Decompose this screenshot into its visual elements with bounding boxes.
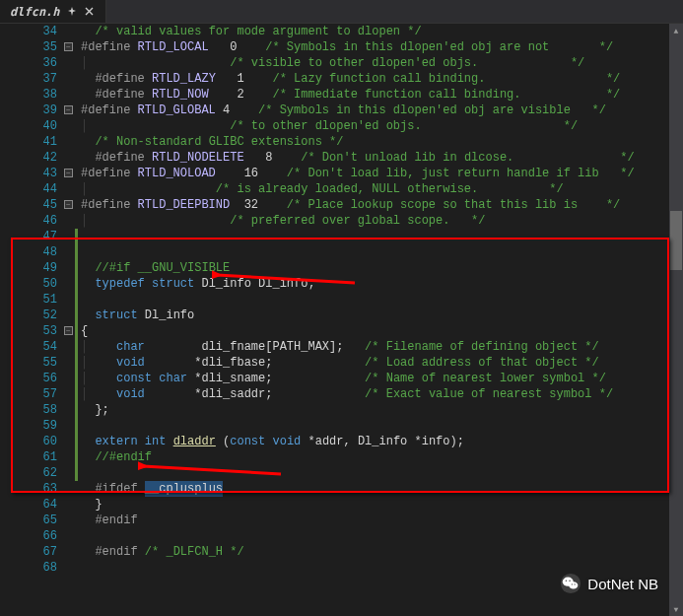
- tab-bar: dlfcn.h: [0, 0, 683, 24]
- code-line[interactable]: │ /* to other dlopen'ed objs. */: [75, 118, 683, 134]
- code-line[interactable]: extern int dladdr (const void *addr, Dl_…: [75, 434, 683, 449]
- line-number: 47: [0, 229, 57, 244]
- code-line[interactable]: #endif /* _DLFCN_H */: [75, 544, 683, 560]
- code-line[interactable]: [75, 528, 683, 544]
- line-number: 68: [0, 560, 57, 576]
- code-line[interactable]: [75, 244, 683, 260]
- code-line[interactable]: │ void *dli_saddr; /* Exact value of nea…: [75, 386, 683, 402]
- line-number: 43: [0, 166, 57, 181]
- code-line[interactable]: #define RTLD_LAZY 1 /* Lazy function cal…: [75, 71, 683, 87]
- code-line[interactable]: [75, 292, 683, 308]
- code-line[interactable]: │ void *dli_fbase; /* Load address of th…: [75, 355, 683, 371]
- code-line[interactable]: struct Dl_info: [75, 308, 683, 323]
- code-line[interactable]: [75, 465, 683, 481]
- code-line[interactable]: typedef struct Dl_info Dl_info;: [75, 276, 683, 292]
- code-line[interactable]: /* Non-standard GLIBC extensions */: [75, 134, 683, 150]
- fold-toggle[interactable]: −: [64, 169, 73, 177]
- line-number: 34: [0, 24, 57, 39]
- line-number: 38: [0, 87, 57, 103]
- code-line[interactable]: │ char dli_fname[PATH_MAX]; /* Filename …: [75, 339, 683, 355]
- line-number-gutter: 3435363738394041424344454647484950515253…: [0, 24, 63, 616]
- vertical-scrollbar[interactable]: ▲ ▼: [669, 24, 683, 616]
- line-number: 51: [0, 292, 57, 308]
- line-number: 37: [0, 71, 57, 87]
- tab-filename: dlfcn.h: [10, 5, 60, 19]
- code-line[interactable]: };: [75, 402, 683, 418]
- wechat-icon: [560, 573, 581, 594]
- pin-icon[interactable]: [66, 6, 78, 18]
- line-number: 65: [0, 513, 57, 528]
- svg-point-8: [575, 583, 576, 584]
- code-line[interactable]: #define RTLD_GLOBAL 4 /* Symbols in this…: [75, 103, 683, 118]
- line-number: 41: [0, 134, 57, 150]
- line-number: 62: [0, 465, 57, 481]
- code-line[interactable]: [75, 229, 683, 244]
- svg-point-4: [569, 582, 578, 588]
- close-icon[interactable]: [84, 6, 96, 18]
- code-line[interactable]: #define RTLD_LOCAL 0 /* Symbols in this …: [75, 39, 683, 55]
- line-number: 39: [0, 103, 57, 118]
- code-line[interactable]: #ifdef __cplusplus: [75, 481, 683, 497]
- scroll-down-arrow[interactable]: ▼: [669, 602, 683, 616]
- line-number: 52: [0, 308, 57, 323]
- code-line[interactable]: /* valid values for mode argument to dlo…: [75, 24, 683, 39]
- line-number: 60: [0, 434, 57, 449]
- line-number: 64: [0, 497, 57, 513]
- line-number: 63: [0, 481, 57, 497]
- code-line[interactable]: }: [75, 497, 683, 513]
- line-number: 35: [0, 39, 57, 55]
- line-number: 67: [0, 544, 57, 560]
- line-number: 44: [0, 181, 57, 197]
- editor-area: 3435363738394041424344454647484950515253…: [0, 24, 683, 616]
- line-number: 45: [0, 197, 57, 213]
- line-number: 56: [0, 371, 57, 386]
- code-line[interactable]: #endif: [75, 513, 683, 528]
- fold-toggle[interactable]: −: [64, 326, 73, 335]
- fold-gutter: −−−−−: [63, 24, 75, 616]
- code-line[interactable]: #define RTLD_NODELETE 8 /* Don't unload …: [75, 150, 683, 166]
- line-number: 48: [0, 244, 57, 260]
- line-number: 61: [0, 449, 57, 465]
- line-number: 50: [0, 276, 57, 292]
- line-number: 46: [0, 213, 57, 229]
- code-line[interactable]: [75, 418, 683, 434]
- code-line[interactable]: │ /* is already loaded, NULL otherwise. …: [75, 181, 683, 197]
- line-number: 49: [0, 260, 57, 276]
- line-number: 66: [0, 528, 57, 544]
- code-content[interactable]: /* valid values for mode argument to dlo…: [75, 24, 683, 616]
- code-line[interactable]: │ /* preferred over global scope. */: [75, 213, 683, 229]
- code-line[interactable]: //#if __GNU_VISIBLE: [75, 260, 683, 276]
- tab-dlfcn[interactable]: dlfcn.h: [0, 0, 106, 23]
- code-line[interactable]: #define RTLD_DEEPBIND 32 /* Place lookup…: [75, 197, 683, 213]
- line-number: 53: [0, 323, 57, 339]
- line-number: 57: [0, 386, 57, 402]
- svg-point-5: [566, 580, 568, 582]
- watermark: DotNet NB: [560, 573, 658, 594]
- watermark-text: DotNet NB: [587, 576, 658, 592]
- svg-point-6: [570, 580, 572, 582]
- svg-point-7: [572, 583, 573, 584]
- fold-toggle[interactable]: −: [64, 200, 73, 209]
- line-number: 58: [0, 402, 57, 418]
- line-number: 40: [0, 118, 57, 134]
- line-number: 55: [0, 355, 57, 371]
- line-number: 59: [0, 418, 57, 434]
- code-line[interactable]: │ const char *dli_sname; /* Name of near…: [75, 371, 683, 386]
- code-line[interactable]: #define RTLD_NOW 2 /* Immediate function…: [75, 87, 683, 103]
- code-line[interactable]: #define RTLD_NOLOAD 16 /* Don't load lib…: [75, 166, 683, 181]
- fold-toggle[interactable]: −: [64, 105, 73, 114]
- line-number: 42: [0, 150, 57, 166]
- scrollbar-thumb[interactable]: [670, 211, 682, 270]
- code-line[interactable]: │ /* visible to other dlopen'ed objs. */: [75, 55, 683, 71]
- fold-toggle[interactable]: −: [64, 42, 73, 51]
- line-number: 36: [0, 55, 57, 71]
- code-line[interactable]: {: [75, 323, 683, 339]
- line-number: 54: [0, 339, 57, 355]
- code-line[interactable]: //#endif: [75, 449, 683, 465]
- scroll-up-arrow[interactable]: ▲: [669, 24, 683, 37]
